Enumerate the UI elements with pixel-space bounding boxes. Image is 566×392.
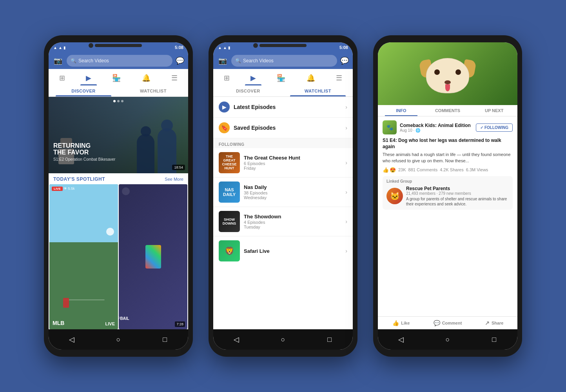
wifi-icon-1: ▲	[53, 45, 57, 50]
reaction-count: 23K	[398, 167, 406, 172]
back-btn-1[interactable]: ◁	[65, 333, 78, 346]
camera-icon-1[interactable]: 📷	[53, 56, 63, 65]
nav-notifications-2[interactable]: 🔔	[301, 72, 321, 85]
search-text-2: Search Videos	[243, 58, 274, 64]
show-row-safari[interactable]: 🦁 Safari Live ›	[213, 236, 353, 265]
post-meta-3: Comeback Kids: Animal Edition Aug 10 · 🌐	[400, 123, 473, 132]
messenger-icon-2[interactable]: 💬	[340, 56, 349, 65]
bae-label-1: BAE♡BAIL	[119, 316, 153, 321]
status-bar-1: ▲ ▲ ▮ 5:08	[49, 42, 188, 53]
spotlight-grid-1: LIVE 👁 5.5k MLB LIVE BAE♡BAIL 7:28	[49, 184, 188, 329]
following-btn-3[interactable]: ✓ FOLLOWING	[476, 123, 513, 132]
info-tabs-3: INFO COMMENTS UP NEXT	[378, 105, 517, 116]
time-1: 5:08	[175, 45, 183, 50]
like-btn-3[interactable]: 👍 Like	[378, 320, 424, 326]
comment-btn-3[interactable]: 💬 Comment	[424, 320, 471, 326]
group-info-3: Rescue Pet Parents 21,493 members · 279 …	[406, 186, 509, 207]
latest-episodes-label: Latest Episodes	[234, 104, 341, 110]
tab-discover-2[interactable]: DISCOVER	[213, 85, 283, 96]
show-row-showdown[interactable]: SHOWDOWNS The Showdown 4 EpisodesTuesday…	[213, 207, 353, 236]
spotlight-header-1: TODAY'S SPOTLIGHT See More	[49, 173, 188, 184]
signal-icon-1: ▲	[58, 45, 62, 50]
share-btn-3[interactable]: ↗ Share	[471, 320, 517, 326]
search-text-1: Search Videos	[78, 58, 109, 64]
nav-watch-2[interactable]: ▶	[245, 72, 261, 85]
nav-notifications-1[interactable]: 🔔	[136, 72, 156, 85]
nav-marketplace-1[interactable]: 🏪	[107, 72, 126, 85]
messenger-icon-1[interactable]: 💬	[176, 56, 184, 65]
recent-btn-2[interactable]: □	[323, 333, 336, 346]
nav-watch-1[interactable]: ▶	[80, 72, 97, 85]
recent-btn-1[interactable]: □	[159, 333, 171, 346]
back-btn-2[interactable]: ◁	[230, 333, 243, 346]
show-info-nas: Nas Daily 38 EpisodesWednesday	[244, 184, 341, 200]
dog-eye-left	[434, 69, 440, 75]
reaction-icons-3: 👍 😍	[383, 167, 396, 173]
nav-feed-1[interactable]: ⊞	[54, 72, 71, 85]
share-label-3: Share	[492, 321, 504, 325]
phone-1: ▲ ▲ ▮ 5:08 📷 🔍 Search Videos 💬 ⊞ ▶ 🏪 🔔 ☰	[44, 35, 193, 357]
show-row-nas[interactable]: NASDAILY Nas Daily 38 EpisodesWednesday …	[213, 178, 353, 207]
like-icon-3: 👍	[392, 320, 399, 326]
cheese-text: THEGREATCHEESEHUNT	[222, 155, 236, 171]
show-meta-showdown: 4 EpisodesTuesday	[244, 220, 341, 229]
post-info-3: 🐾 Comeback Kids: Animal Edition Aug 10 ·…	[378, 116, 517, 316]
recent-btn-3[interactable]: □	[488, 333, 501, 346]
post-date-3: Aug 10 · 🌐	[400, 128, 473, 132]
following-label-3: FOLLOWING	[484, 125, 508, 130]
search-bar-1[interactable]: 🔍 Search Videos	[67, 55, 172, 67]
tab-discover-1[interactable]: DISCOVER	[49, 85, 118, 96]
bae-scene	[119, 184, 187, 329]
baseball-scene	[49, 184, 118, 329]
video-hero-3	[378, 42, 517, 105]
avatar-image: 🐾	[383, 120, 397, 134]
show-name-safari: Safari Live	[244, 248, 341, 254]
show-row-cheese[interactable]: THEGREATCHEESEHUNT The Great Cheese Hunt…	[213, 148, 353, 178]
tab-comments-3[interactable]: COMMENTS	[424, 105, 471, 116]
comment-icon-3: 💬	[434, 320, 440, 326]
action-bar-3: 👍 Like 💬 Comment ↗ Share	[378, 316, 517, 329]
hero-dots-1	[113, 100, 123, 102]
nav-marketplace-2[interactable]: 🏪	[271, 72, 291, 85]
home-btn-1[interactable]: ○	[112, 333, 125, 346]
camera-icon-2[interactable]: 📷	[217, 56, 228, 65]
tab-upnext-3[interactable]: UP NEXT	[471, 105, 517, 116]
hero-text-1: RETURNINGTHE FAVOR S1:E2 Operation Comba…	[53, 142, 115, 162]
spotlight-right-1[interactable]: BAE♡BAIL 7:28	[119, 184, 187, 329]
chevron-showdown: ›	[345, 218, 347, 225]
tab-watchlist-2[interactable]: WATCHLIST	[283, 85, 353, 96]
wifi-icon-2: ▲	[218, 45, 222, 50]
mlb-logo-1: MLB	[53, 320, 64, 326]
home-btn-2[interactable]: ○	[277, 333, 289, 346]
tab-info-3[interactable]: INFO	[378, 105, 424, 116]
search-bar-2[interactable]: 🔍 Search Videos	[231, 55, 337, 67]
phone-3: INFO COMMENTS UP NEXT 🐾 Comeback Kids: A…	[373, 35, 522, 357]
latest-episodes-row[interactable]: ▶ Latest Episodes ›	[213, 97, 353, 118]
group-name-3: Rescue Pet Parents	[406, 186, 509, 191]
see-more-1[interactable]: See More	[165, 177, 183, 181]
nav-menu-2[interactable]: ☰	[330, 72, 348, 85]
nav-menu-1[interactable]: ☰	[166, 72, 183, 85]
show-name-nas: Nas Daily	[244, 184, 341, 190]
chevron-latest: ›	[345, 104, 347, 110]
nav-feed-2[interactable]: ⊞	[218, 72, 235, 85]
home-btn-3[interactable]: ○	[441, 333, 454, 346]
like-label-3: Like	[401, 321, 410, 325]
dog-eye-right	[455, 69, 461, 75]
show-meta-nas: 38 EpisodesWednesday	[244, 191, 341, 200]
show-thumb-safari: 🦁	[219, 240, 240, 261]
battery-icon-1: ▮	[63, 45, 66, 50]
status-bar-2: ▲ ▲ ▮ 5:08	[213, 42, 353, 53]
saved-episodes-row[interactable]: 🔖 Saved Episodes ›	[213, 118, 353, 138]
hero-title-1: RETURNINGTHE FAVOR	[53, 142, 115, 156]
tab-watchlist-1[interactable]: WATCHLIST	[118, 85, 188, 96]
phone-screen-3: INFO COMMENTS UP NEXT 🐾 Comeback Kids: A…	[378, 42, 517, 350]
back-btn-3[interactable]: ◁	[395, 333, 407, 346]
group-members-3: 21,493 members · 279 new members	[406, 191, 509, 196]
phone-nav-bar-1: ◁ ○ □	[49, 329, 188, 350]
group-avatar-3: 🐱	[386, 188, 403, 204]
signal-icon-2: ▲	[223, 45, 227, 50]
hero-image-1[interactable]: RETURNINGTHE FAVOR S1:E2 Operation Comba…	[49, 97, 188, 173]
spotlight-left-1[interactable]: LIVE 👁 5.5k MLB LIVE	[49, 184, 118, 329]
top-bar-1: 📷 🔍 Search Videos 💬	[49, 53, 188, 69]
